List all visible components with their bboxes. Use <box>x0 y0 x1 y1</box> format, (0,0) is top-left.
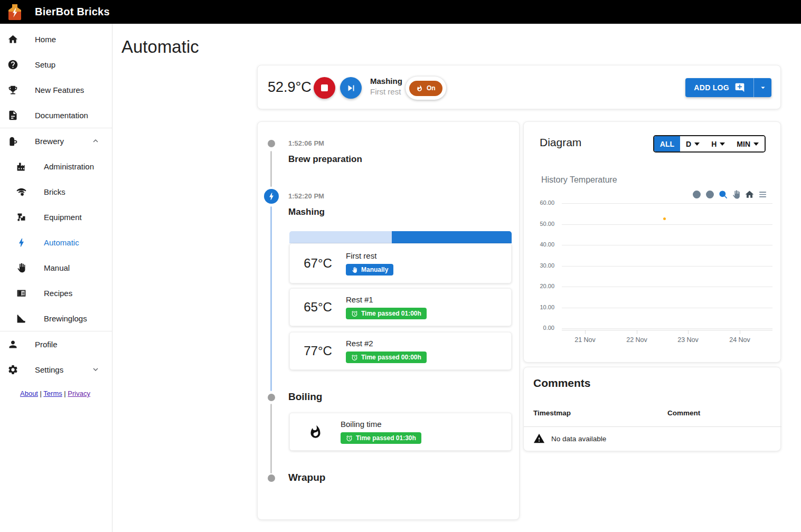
home-icon <box>7 34 18 45</box>
progress-remaining <box>392 231 512 243</box>
timeline-dot <box>268 474 275 482</box>
chart-plot-area[interactable] <box>562 201 772 330</box>
step-temperature: 67°C <box>290 256 346 271</box>
event-title: Brew preparation <box>288 154 362 165</box>
mash-step-card: 77°C Rest #2 Time passed 00:00h <box>289 332 512 370</box>
hand-icon <box>351 267 358 273</box>
sidebar-footer-links: About | Terms | Privacy <box>20 390 112 397</box>
stop-icon <box>321 84 328 91</box>
flame-icon <box>290 425 341 439</box>
range-hour-button[interactable]: H <box>705 136 731 151</box>
timeline-dot <box>268 140 275 147</box>
document-icon <box>7 110 18 121</box>
bierbot-logo-icon <box>5 3 24 22</box>
topbar: BierBot Bricks <box>0 0 801 24</box>
terms-link[interactable]: Terms <box>43 390 62 397</box>
heater-toggle[interactable]: On <box>406 77 446 100</box>
add-log-dropdown-button[interactable] <box>753 78 771 97</box>
y-axis-tick: 30.00 <box>529 262 554 269</box>
heater-state-pill: On <box>409 81 442 96</box>
sidebar: Home Setup New Features Documentation Br… <box>0 24 112 532</box>
sidebar-item-settings[interactable]: Settings <box>0 357 112 382</box>
beer-mug-icon <box>7 136 18 147</box>
x-axis-tick: 24 Nov <box>723 336 757 344</box>
timeline-connector <box>270 404 272 473</box>
time-passed-badge: Time passed 01:00h <box>346 308 427 319</box>
sidebar-item-administration[interactable]: Administration <box>0 154 112 179</box>
range-day-button[interactable]: D <box>680 136 705 151</box>
progress-elapsed <box>289 231 392 243</box>
chevron-down-icon <box>758 83 768 92</box>
comments-panel: Comments Timestmap Comment No data avail… <box>523 367 781 451</box>
x-axis-tickmark <box>740 330 740 334</box>
y-axis-tick: 60.00 <box>529 200 554 206</box>
pan-hand-icon[interactable] <box>731 189 741 200</box>
sidebar-item-brewery[interactable]: Brewery <box>0 128 112 154</box>
mash-step-card: 65°C Rest #1 Time passed 01:00h <box>289 288 512 326</box>
lightning-bolt-icon <box>16 237 27 248</box>
sidebar-item-brewinglogs[interactable]: Brewinglogs <box>0 306 112 331</box>
sidebar-item-documentation[interactable]: Documentation <box>0 102 112 128</box>
zoom-out-icon[interactable] <box>705 189 715 200</box>
step-name: First rest <box>346 251 511 260</box>
sidebar-item-recipes[interactable]: Recipes <box>0 280 112 306</box>
warning-triangle-icon <box>533 433 545 444</box>
event-time: 1:52:20 PM <box>288 192 324 200</box>
step-temperature: 65°C <box>290 300 346 315</box>
range-all-button[interactable]: ALL <box>654 136 680 151</box>
sidebar-item-automatic[interactable]: Automatic <box>0 230 112 255</box>
step-name: Rest #1 <box>346 295 511 304</box>
menu-icon[interactable] <box>758 189 768 200</box>
sidebar-item-manual[interactable]: Manual <box>0 255 112 280</box>
caret-down-icon <box>720 142 725 146</box>
brew-timeline: 1:52:06 PM Brew preparation 1:52:20 PM M… <box>257 121 520 520</box>
chart-toolbar <box>692 189 768 200</box>
caret-down-icon <box>753 142 759 146</box>
time-range-group: ALL D H MIN <box>653 135 766 153</box>
stop-button[interactable] <box>314 77 335 99</box>
heater-state-label: On <box>427 84 436 92</box>
empty-state-text: No data available <box>551 435 606 443</box>
skip-next-button[interactable] <box>340 77 362 99</box>
bell-curve-chart-icon <box>16 313 27 324</box>
sidebar-item-home[interactable]: Home <box>0 26 112 52</box>
range-minute-button[interactable]: MIN <box>731 136 765 151</box>
sidebar-item-setup[interactable]: Setup <box>0 52 112 77</box>
mashing-progress-bar <box>289 231 512 243</box>
stage-name: Mashing <box>370 77 402 86</box>
reset-home-icon[interactable] <box>745 189 755 200</box>
skip-next-icon <box>345 82 357 94</box>
current-temperature: 52.9°C <box>268 79 312 96</box>
flame-icon <box>416 85 423 92</box>
selection-zoom-icon[interactable] <box>718 189 728 200</box>
alarm-clock-icon <box>351 310 358 317</box>
sidebar-item-equipment[interactable]: Equipment <box>0 204 112 230</box>
person-icon <box>7 339 18 350</box>
time-passed-badge: Time passed 00:00h <box>346 352 427 363</box>
trophy-icon <box>7 84 18 96</box>
add-log-button[interactable]: ADD LOG <box>685 78 753 97</box>
factory-icon <box>16 161 27 172</box>
about-link[interactable]: About <box>20 390 38 397</box>
comments-title: Comments <box>533 377 591 390</box>
stage-status: Mashing First rest <box>370 77 402 96</box>
step-temperature: 77°C <box>290 344 346 358</box>
sidebar-item-bricks[interactable]: Bricks <box>0 179 112 204</box>
help-circle-icon <box>7 59 18 70</box>
sidebar-item-profile[interactable]: Profile <box>0 331 112 357</box>
sidebar-item-new-features[interactable]: New Features <box>0 77 112 102</box>
privacy-link[interactable]: Privacy <box>68 390 90 397</box>
zoom-in-icon[interactable] <box>692 189 702 200</box>
temperature-data-point <box>663 217 666 220</box>
event-title: Wrapup <box>288 472 325 483</box>
timeline-dot <box>268 394 275 401</box>
pipes-icon <box>16 212 27 223</box>
gear-icon <box>7 364 18 375</box>
chevron-up-icon <box>91 136 100 146</box>
diagram-panel: Diagram ALL D H MIN History Temperature <box>523 121 781 363</box>
mash-step-card: 67°C First rest Manually <box>289 243 512 283</box>
alarm-clock-icon <box>346 435 353 442</box>
boiling-step-card: Boiling time Time passed 01:30h <box>289 413 512 451</box>
diagram-title: Diagram <box>540 136 581 149</box>
time-passed-badge: Time passed 01:30h <box>341 432 421 444</box>
